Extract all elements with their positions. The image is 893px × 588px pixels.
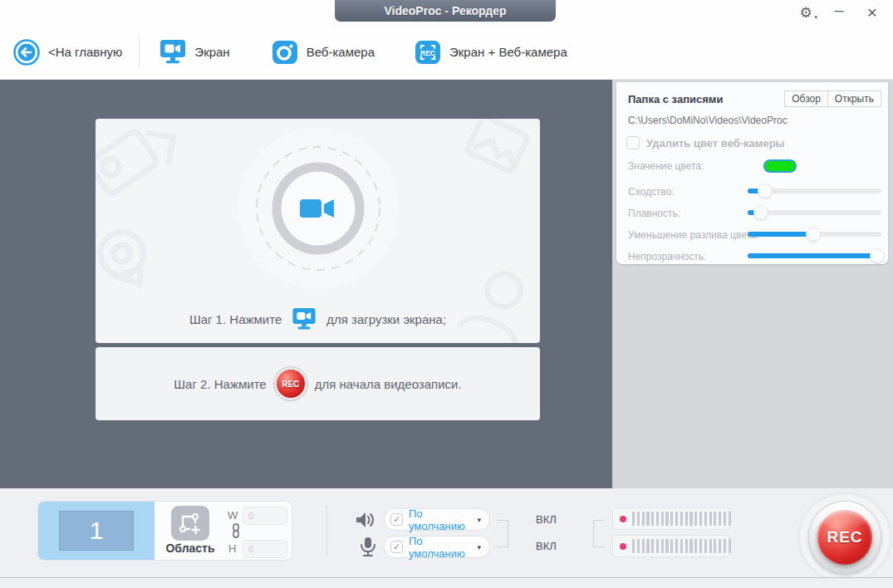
settings-card: Папка с записями Обзор Открыть C:\Users\… (616, 82, 888, 264)
minimize-button[interactable]: – (825, 2, 853, 23)
screen-record-icon (159, 39, 186, 66)
record-button[interactable]: REC (809, 502, 881, 573)
rec-badge-text: REC (420, 48, 435, 56)
back-label: <На главную (48, 45, 122, 59)
speaker-state-label: ВКЛ (536, 513, 557, 526)
record-button-ball: REC (817, 510, 872, 565)
slider-track[interactable] (748, 189, 881, 194)
region-block: Область W 0 H 0 (155, 502, 292, 560)
slider-thumb[interactable] (754, 206, 768, 219)
webcam-record-icon (272, 39, 298, 66)
close-icon: × (867, 2, 877, 22)
slider-track[interactable] (748, 232, 881, 237)
camera-rings-graphic[interactable] (227, 119, 410, 300)
step2-prefix: Шаг 2. Нажмите (174, 377, 266, 391)
speaker-enabled-checkbox[interactable]: ✓ (390, 513, 403, 526)
step1-suffix: для загрузки экрана; (326, 312, 446, 326)
open-button[interactable]: Открыть (828, 91, 881, 107)
dropdown-bracket (497, 520, 508, 547)
tag-decoration-icon (96, 119, 200, 223)
crop-region-icon (178, 512, 203, 535)
color-swatch[interactable] (763, 159, 797, 173)
both-label: Экран + Веб-камера (449, 45, 567, 59)
camcorder-icon (300, 199, 334, 218)
width-input[interactable]: 0 (243, 507, 287, 525)
tab-webcam-record[interactable]: Веб-камера (272, 39, 375, 66)
content-area: Шаг 1. Нажмите для загрузки экрана; Шаг … (0, 80, 893, 488)
minimize-icon: – (834, 1, 843, 20)
settings-button[interactable]: ⚙ ▾ (792, 2, 820, 23)
speaker-meter-dot (620, 516, 626, 522)
slider-row: Уменьшение разлива цвета: (616, 224, 888, 246)
color-value-row: Значение цвета: (616, 149, 888, 173)
photo-decoration-icon (445, 119, 540, 213)
rec-ball-icon: REC (277, 370, 305, 398)
microphone-icon (357, 536, 379, 557)
mic-enabled-checkbox[interactable]: ✓ (390, 541, 403, 553)
step2-suffix: для начала видеозаписи. (315, 377, 462, 391)
titlebar: VideoProc - Рекордер ⚙ ▾ – × (0, 0, 893, 25)
gear-caret-icon: ▾ (814, 14, 817, 21)
speaker-icon (355, 509, 376, 531)
slider-thumb[interactable] (758, 184, 772, 198)
slider-label: Уменьшение разлива цвета: (628, 229, 759, 241)
videoproc-recorder-window: VideoProc - Рекордер ⚙ ▾ – × <На главную (0, 0, 893, 588)
slider-track[interactable] (748, 253, 881, 258)
screen-label: Экран (194, 45, 229, 59)
monitor-1-tile[interactable]: 1 (38, 502, 155, 560)
checkmark-icon: ✓ (393, 514, 400, 525)
mode-toolbar: <На главную Экран Веб-камера (0, 25, 893, 80)
slider-track[interactable] (748, 210, 881, 215)
slider-row: Сходство: (616, 181, 888, 203)
toolbar-divider (139, 37, 140, 68)
window-controls: ⚙ ▾ – × (792, 0, 886, 25)
speaker-meter-bars (632, 512, 731, 526)
monitor-1-thumbnail: 1 (59, 511, 134, 551)
height-input[interactable]: 0 (243, 540, 287, 558)
step1-instruction: Шаг 1. Нажмите для загрузки экрана; (96, 307, 540, 331)
folder-path: C:\Users\DoMiNo\Videos\VideoProc (616, 107, 888, 126)
chevron-down-icon: ▾ (477, 516, 481, 524)
remove-webcam-color-checkbox[interactable] (626, 136, 640, 149)
slider-thumb[interactable] (807, 228, 820, 241)
region-label: Область (164, 541, 216, 555)
browse-button[interactable]: Обзор (784, 91, 828, 107)
screen-webcam-record-icon: REC (415, 39, 441, 66)
preview-area: Шаг 1. Нажмите для загрузки экрана; Шаг … (0, 80, 612, 488)
remove-webcam-color-row: Удалить цвет веб-камеры (616, 126, 888, 149)
step2-instruction: Шаг 2. Нажмите REC для начала видеозапис… (174, 370, 461, 398)
webcam-decoration-icon (96, 210, 179, 310)
mic-device-value: По умолчанию (403, 535, 477, 560)
record-controls-bar: 1 Область W 0 (0, 488, 893, 577)
link-dimensions-icon[interactable] (231, 523, 241, 538)
close-button[interactable]: × (858, 2, 886, 23)
slider-fill (748, 253, 877, 258)
mic-level-meter (612, 535, 730, 557)
speaker-device-dropdown[interactable]: ✓ По умолчанию ▾ (384, 508, 490, 531)
width-value: 0 (248, 511, 253, 521)
height-value: 0 (248, 544, 253, 554)
slider-label: Сходство: (628, 186, 675, 198)
width-label: W (228, 509, 238, 522)
speaker-level-meter (612, 507, 730, 530)
mic-meter-bars (632, 539, 731, 553)
height-label: H (228, 542, 236, 555)
mic-device-dropdown[interactable]: ✓ По умолчанию ▾ (384, 536, 490, 558)
slider-row: Непрозрачность: (616, 246, 888, 267)
settings-panel: Папка с записями Обзор Открыть C:\Users\… (612, 80, 893, 488)
step2-card: Шаг 2. Нажмите REC для начала видеозапис… (96, 347, 540, 420)
mic-meter-dot (620, 543, 626, 550)
back-to-home-button[interactable]: <На главную (13, 39, 122, 66)
gear-icon: ⚙ (799, 4, 812, 22)
window-title: VideoProc - Рекордер (335, 0, 556, 22)
step1-prefix: Шаг 1. Нажмите (189, 312, 282, 326)
tab-screen-record[interactable]: Экран (159, 39, 229, 66)
tab-screen-webcam-record[interactable]: REC Экран + Веб-камера (415, 39, 567, 66)
monitor-number: 1 (90, 517, 104, 545)
slider-fill (748, 232, 813, 237)
slider-thumb[interactable] (871, 249, 884, 262)
crop-region-button[interactable] (171, 506, 209, 541)
record-button-label: REC (827, 528, 862, 546)
webcam-label: Веб-камера (307, 45, 375, 59)
recordings-folder-header: Папка с записями Обзор Открыть (616, 82, 888, 107)
